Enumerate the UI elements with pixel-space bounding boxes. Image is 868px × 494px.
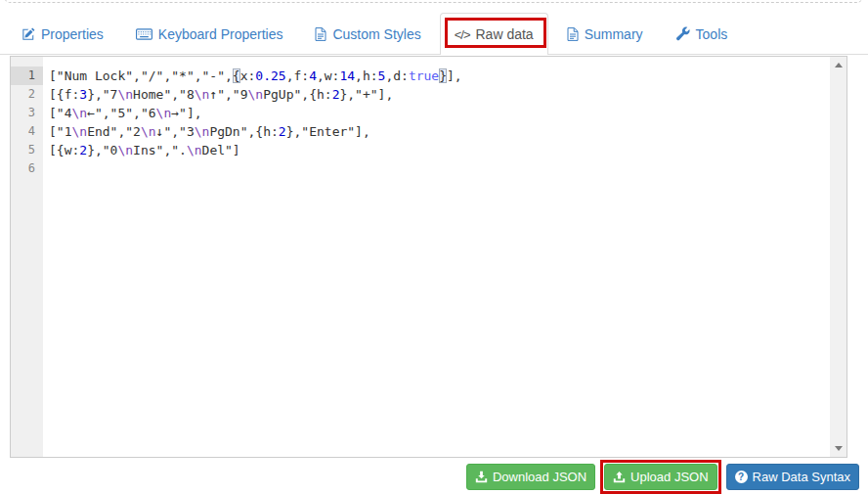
code-editor: 123456 ["Num Lock","/","*","-",{x:0.25,f… [10, 56, 847, 458]
raw-data-syntax-button[interactable]: ? Raw Data Syntax [726, 464, 859, 490]
tab-bar: Properties Keyboard Properties Custom St… [8, 13, 746, 55]
tab-label: Raw data [476, 26, 534, 42]
gutter-line-number: 2 [11, 85, 43, 104]
code-line: [{f:3},"7\nHome","8\n↑","9\nPgUp",{h:2},… [49, 85, 828, 104]
code-line [49, 159, 828, 178]
editor-gutter: 123456 [11, 57, 43, 457]
tab-label: Custom Styles [332, 26, 420, 42]
annotation-box-upload-button: Upload JSON [600, 460, 720, 494]
code-area[interactable]: ["Num Lock","/","*","-",{x:0.25,f:4,w:14… [43, 57, 830, 457]
down-arrow-icon [835, 446, 843, 451]
file-text-icon [315, 27, 326, 41]
gutter-line-number: 6 [11, 159, 43, 178]
question-icon: ? [735, 471, 748, 483]
up-arrow-icon [835, 63, 843, 67]
gutter-line-number: 4 [11, 122, 43, 141]
tab-label: Summary [585, 26, 643, 42]
tab-properties[interactable]: Properties [8, 13, 117, 55]
code-line: [{w:2},"0\nIns",".\nDel"] [49, 141, 828, 159]
gutter-line-number: 1 [11, 67, 43, 85]
editor-scrollbar[interactable] [830, 57, 846, 457]
tab-custom-styles[interactable]: Custom Styles [301, 13, 434, 55]
button-label: Download JSON [493, 470, 586, 484]
code-icon: </> [455, 27, 470, 42]
file-text-icon [567, 27, 579, 41]
code-line: ["4\n←","5","6\n→"], [49, 104, 828, 122]
upload-icon [613, 471, 626, 483]
tab-tools[interactable]: Tools [662, 13, 742, 55]
scroll-down-button[interactable] [830, 440, 846, 457]
tab-raw-data[interactable]: </> Raw data [440, 13, 548, 55]
download-icon [475, 471, 488, 483]
tab-label: Keyboard Properties [158, 26, 283, 42]
tab-label: Tools [696, 26, 728, 42]
scroll-up-button[interactable] [830, 57, 846, 73]
tab-keyboard-properties[interactable]: Keyboard Properties [122, 13, 297, 55]
edit-icon [22, 27, 35, 41]
button-label: Upload JSON [630, 470, 708, 484]
wrench-icon [675, 26, 690, 41]
code-line: ["Num Lock","/","*","-",{x:0.25,f:4,w:14… [49, 67, 828, 85]
tab-summary[interactable]: Summary [553, 13, 657, 55]
footer-button-row: Download JSON Upload JSON ? Raw Data Syn… [466, 460, 859, 494]
download-json-button[interactable]: Download JSON [466, 464, 595, 490]
upload-json-button[interactable]: Upload JSON [604, 464, 716, 490]
keyboard-icon [136, 28, 152, 40]
top-dashed-border [4, 0, 863, 3]
button-label: Raw Data Syntax [753, 470, 850, 484]
code-line: ["1\nEnd","2\n↓","3\nPgDn",{h:2},"Enter"… [49, 122, 828, 141]
tab-label: Properties [41, 26, 104, 42]
gutter-line-number: 3 [11, 104, 43, 122]
gutter-line-number: 5 [11, 141, 43, 159]
